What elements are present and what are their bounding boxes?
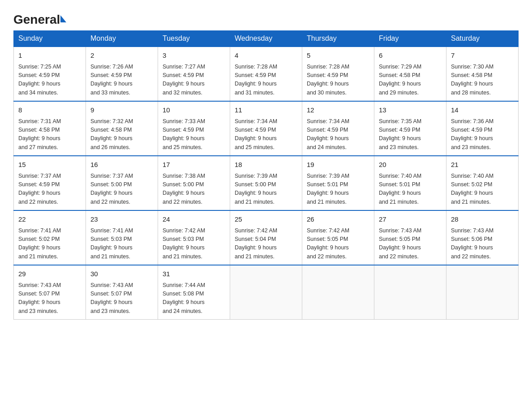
day-info: Sunrise: 7:31 AM Sunset: 4:58 PM Dayligh… <box>18 117 81 152</box>
day-number: 15 <box>18 160 81 170</box>
day-number: 6 <box>379 51 442 61</box>
calendar-cell: 26 Sunrise: 7:42 AM Sunset: 5:05 PM Dayl… <box>302 210 374 265</box>
day-number: 21 <box>451 160 514 170</box>
calendar-week-row: 1 Sunrise: 7:25 AM Sunset: 4:59 PM Dayli… <box>14 47 519 101</box>
day-number: 27 <box>379 214 442 225</box>
day-info: Sunrise: 7:37 AM Sunset: 5:00 PM Dayligh… <box>90 172 153 207</box>
calendar-cell <box>446 265 519 320</box>
calendar-cell: 23 Sunrise: 7:41 AM Sunset: 5:03 PM Dayl… <box>86 210 158 265</box>
day-info: Sunrise: 7:30 AM Sunset: 4:58 PM Dayligh… <box>451 63 514 98</box>
calendar-cell: 27 Sunrise: 7:43 AM Sunset: 5:05 PM Dayl… <box>374 210 446 265</box>
day-number: 3 <box>163 51 225 61</box>
day-info: Sunrise: 7:38 AM Sunset: 5:00 PM Dayligh… <box>163 172 225 207</box>
day-info: Sunrise: 7:37 AM Sunset: 4:59 PM Dayligh… <box>18 172 81 207</box>
calendar-header-wednesday: Wednesday <box>230 31 302 47</box>
day-info: Sunrise: 7:40 AM Sunset: 5:01 PM Dayligh… <box>379 172 442 207</box>
day-number: 9 <box>90 105 153 116</box>
day-info: Sunrise: 7:43 AM Sunset: 5:05 PM Dayligh… <box>379 227 442 261</box>
logo: General <box>13 9 66 26</box>
day-number: 14 <box>451 105 514 116</box>
day-info: Sunrise: 7:41 AM Sunset: 5:03 PM Dayligh… <box>90 227 153 261</box>
day-info: Sunrise: 7:34 AM Sunset: 4:59 PM Dayligh… <box>307 117 369 152</box>
calendar-cell: 22 Sunrise: 7:41 AM Sunset: 5:02 PM Dayl… <box>14 210 86 265</box>
calendar-week-row: 15 Sunrise: 7:37 AM Sunset: 4:59 PM Dayl… <box>14 156 519 210</box>
day-info: Sunrise: 7:34 AM Sunset: 4:59 PM Dayligh… <box>235 117 297 152</box>
calendar-cell: 20 Sunrise: 7:40 AM Sunset: 5:01 PM Dayl… <box>374 156 446 210</box>
calendar-cell <box>302 265 374 320</box>
calendar-cell: 1 Sunrise: 7:25 AM Sunset: 4:59 PM Dayli… <box>14 47 86 101</box>
calendar-cell: 7 Sunrise: 7:30 AM Sunset: 4:58 PM Dayli… <box>446 47 519 101</box>
day-info: Sunrise: 7:44 AM Sunset: 5:08 PM Dayligh… <box>163 281 225 316</box>
calendar-cell: 14 Sunrise: 7:36 AM Sunset: 4:59 PM Dayl… <box>446 101 519 156</box>
calendar-cell: 28 Sunrise: 7:43 AM Sunset: 5:06 PM Dayl… <box>446 210 519 265</box>
calendar-cell <box>230 265 302 320</box>
day-info: Sunrise: 7:42 AM Sunset: 5:05 PM Dayligh… <box>307 227 369 261</box>
calendar-header-saturday: Saturday <box>446 31 519 47</box>
day-number: 19 <box>307 160 369 170</box>
day-info: Sunrise: 7:39 AM Sunset: 5:01 PM Dayligh… <box>307 172 369 207</box>
calendar-cell: 8 Sunrise: 7:31 AM Sunset: 4:58 PM Dayli… <box>14 101 86 156</box>
calendar-cell: 24 Sunrise: 7:42 AM Sunset: 5:03 PM Dayl… <box>158 210 230 265</box>
day-number: 4 <box>235 51 297 61</box>
day-number: 29 <box>18 269 81 279</box>
day-info: Sunrise: 7:25 AM Sunset: 4:59 PM Dayligh… <box>18 63 81 98</box>
day-info: Sunrise: 7:43 AM Sunset: 5:07 PM Dayligh… <box>90 281 153 316</box>
day-number: 28 <box>451 214 514 225</box>
day-number: 10 <box>163 105 225 116</box>
day-info: Sunrise: 7:32 AM Sunset: 4:58 PM Dayligh… <box>90 117 153 152</box>
day-info: Sunrise: 7:36 AM Sunset: 4:59 PM Dayligh… <box>451 117 514 152</box>
page-header: General <box>13 9 519 26</box>
day-info: Sunrise: 7:41 AM Sunset: 5:02 PM Dayligh… <box>18 227 81 261</box>
day-info: Sunrise: 7:40 AM Sunset: 5:02 PM Dayligh… <box>451 172 514 207</box>
day-info: Sunrise: 7:26 AM Sunset: 4:59 PM Dayligh… <box>90 63 153 98</box>
calendar-cell: 12 Sunrise: 7:34 AM Sunset: 4:59 PM Dayl… <box>302 101 374 156</box>
day-number: 25 <box>235 214 297 225</box>
day-number: 23 <box>90 214 153 225</box>
day-info: Sunrise: 7:35 AM Sunset: 4:59 PM Dayligh… <box>379 117 442 152</box>
calendar-header-sunday: Sunday <box>14 31 86 47</box>
day-info: Sunrise: 7:28 AM Sunset: 4:59 PM Dayligh… <box>235 63 297 98</box>
calendar-header-friday: Friday <box>374 31 446 47</box>
logo-text-general: General <box>13 13 60 27</box>
calendar-header-row: SundayMondayTuesdayWednesdayThursdayFrid… <box>14 31 519 47</box>
day-info: Sunrise: 7:43 AM Sunset: 5:06 PM Dayligh… <box>451 227 514 261</box>
calendar-cell: 15 Sunrise: 7:37 AM Sunset: 4:59 PM Dayl… <box>14 156 86 210</box>
day-info: Sunrise: 7:33 AM Sunset: 4:59 PM Dayligh… <box>163 117 225 152</box>
calendar-week-row: 8 Sunrise: 7:31 AM Sunset: 4:58 PM Dayli… <box>14 101 519 156</box>
calendar-cell: 16 Sunrise: 7:37 AM Sunset: 5:00 PM Dayl… <box>86 156 158 210</box>
day-info: Sunrise: 7:28 AM Sunset: 4:59 PM Dayligh… <box>307 63 369 98</box>
day-info: Sunrise: 7:29 AM Sunset: 4:58 PM Dayligh… <box>379 63 442 98</box>
logo-chevron-icon <box>60 15 66 22</box>
day-info: Sunrise: 7:39 AM Sunset: 5:00 PM Dayligh… <box>235 172 297 207</box>
calendar-cell: 13 Sunrise: 7:35 AM Sunset: 4:59 PM Dayl… <box>374 101 446 156</box>
day-number: 17 <box>163 160 225 170</box>
day-number: 7 <box>451 51 514 61</box>
day-number: 12 <box>307 105 369 116</box>
calendar-cell: 30 Sunrise: 7:43 AM Sunset: 5:07 PM Dayl… <box>86 265 158 320</box>
day-number: 1 <box>18 51 81 61</box>
calendar-cell: 9 Sunrise: 7:32 AM Sunset: 4:58 PM Dayli… <box>86 101 158 156</box>
calendar-header-monday: Monday <box>86 31 158 47</box>
calendar-cell: 21 Sunrise: 7:40 AM Sunset: 5:02 PM Dayl… <box>446 156 519 210</box>
day-number: 22 <box>18 214 81 225</box>
calendar-cell <box>374 265 446 320</box>
day-info: Sunrise: 7:42 AM Sunset: 5:03 PM Dayligh… <box>163 227 225 261</box>
calendar-cell: 11 Sunrise: 7:34 AM Sunset: 4:59 PM Dayl… <box>230 101 302 156</box>
calendar-cell: 25 Sunrise: 7:42 AM Sunset: 5:04 PM Dayl… <box>230 210 302 265</box>
calendar-cell: 29 Sunrise: 7:43 AM Sunset: 5:07 PM Dayl… <box>14 265 86 320</box>
day-number: 11 <box>235 105 297 116</box>
day-number: 13 <box>379 105 442 116</box>
day-info: Sunrise: 7:43 AM Sunset: 5:07 PM Dayligh… <box>18 281 81 316</box>
calendar-cell: 18 Sunrise: 7:39 AM Sunset: 5:00 PM Dayl… <box>230 156 302 210</box>
calendar-header-thursday: Thursday <box>302 31 374 47</box>
day-info: Sunrise: 7:42 AM Sunset: 5:04 PM Dayligh… <box>235 227 297 261</box>
day-number: 30 <box>90 269 153 279</box>
calendar-cell: 10 Sunrise: 7:33 AM Sunset: 4:59 PM Dayl… <box>158 101 230 156</box>
calendar-cell: 2 Sunrise: 7:26 AM Sunset: 4:59 PM Dayli… <box>86 47 158 101</box>
day-number: 20 <box>379 160 442 170</box>
day-number: 26 <box>307 214 369 225</box>
day-number: 8 <box>18 105 81 116</box>
calendar-cell: 5 Sunrise: 7:28 AM Sunset: 4:59 PM Dayli… <box>302 47 374 101</box>
calendar-cell: 3 Sunrise: 7:27 AM Sunset: 4:59 PM Dayli… <box>158 47 230 101</box>
day-number: 18 <box>235 160 297 170</box>
